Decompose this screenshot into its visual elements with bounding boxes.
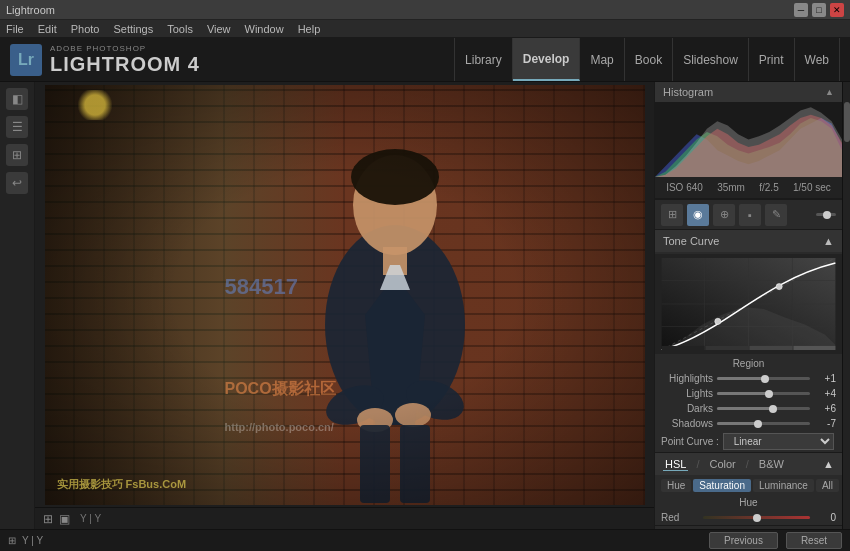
menu-file[interactable]: File [6, 23, 24, 35]
app-logo: Lr [10, 44, 42, 76]
close-button[interactable]: ✕ [830, 3, 844, 17]
exposure-slider-thumb[interactable] [823, 211, 831, 219]
menubar: File Edit Photo Settings Tools View Wind… [0, 20, 850, 38]
photo-bottom-bar: ⊞ ▣ Y | Y [35, 507, 654, 529]
tab-print[interactable]: Print [749, 38, 795, 81]
hsl-tab-color[interactable]: Color [707, 458, 737, 470]
app-title-block: ADOBE PHOTOSHOP LIGHTROOM 4 [50, 44, 200, 76]
point-curve-row: Point Curve : Linear Medium Contrast Str… [655, 431, 842, 452]
hsl-header: HSL / Color / B&W ▲ [655, 453, 842, 475]
grid-view-icon[interactable]: ⊞ [43, 512, 53, 526]
tone-curve-collapse-icon: ▲ [823, 235, 834, 247]
red-track[interactable] [703, 516, 810, 519]
menu-help[interactable]: Help [298, 23, 321, 35]
highlights-thumb[interactable] [761, 375, 769, 383]
hsl-subtab-luminance[interactable]: Luminance [753, 479, 814, 492]
left-tool-presets[interactable]: ☰ [6, 116, 28, 138]
left-tool-history[interactable]: ↩ [6, 172, 28, 194]
maximize-button[interactable]: □ [812, 3, 826, 17]
lights-row: Lights +4 [655, 386, 842, 401]
menu-tools[interactable]: Tools [167, 23, 193, 35]
red-value: 0 [814, 512, 836, 523]
shutter-value: 1/50 sec [793, 182, 831, 193]
titlebar-title: Lightroom [6, 4, 55, 16]
tab-web[interactable]: Web [795, 38, 840, 81]
svg-rect-24 [706, 346, 749, 350]
tone-curve-label: Tone Curve [663, 235, 719, 247]
app-name: LIGHTROOM 4 [50, 53, 200, 76]
nav-tabs: Library Develop Map Book Slideshow Print… [454, 38, 840, 81]
hsl-section: HSL / Color / B&W ▲ Hue Saturation Lumin… [655, 453, 842, 526]
tab-library[interactable]: Library [454, 38, 513, 81]
darks-thumb[interactable] [769, 405, 777, 413]
histogram-section: Histogram ▲ ISO 640 [655, 82, 842, 200]
hsl-tab-bw[interactable]: B&W [757, 458, 786, 470]
hsl-subtab-saturation[interactable]: Saturation [693, 479, 751, 492]
minimize-button[interactable]: ─ [794, 3, 808, 17]
crop-tool[interactable]: ⊞ [661, 204, 683, 226]
lights-track[interactable] [717, 392, 810, 395]
menu-settings[interactable]: Settings [113, 23, 153, 35]
graduated-filter-tool[interactable]: ▪ [739, 204, 761, 226]
tab-book[interactable]: Book [625, 38, 673, 81]
loupe-view-icon[interactable]: ▣ [59, 512, 70, 526]
lights-value: +4 [814, 388, 836, 399]
menu-edit[interactable]: Edit [38, 23, 57, 35]
darks-value: +6 [814, 403, 836, 414]
adjustment-brush-tool[interactable]: ✎ [765, 204, 787, 226]
meta-strip: ISO 640 35mm f/2.5 1/50 sec [655, 177, 842, 199]
shadows-row: Shadows -7 [655, 416, 842, 431]
hsl-tab-hsl[interactable]: HSL [663, 458, 688, 471]
left-panel: ◧ ☰ ⊞ ↩ [0, 82, 35, 529]
hsl-subtab-all[interactable]: All [816, 479, 839, 492]
left-tool-navigator[interactable]: ◧ [6, 88, 28, 110]
histogram-svg [655, 102, 842, 177]
menu-photo[interactable]: Photo [71, 23, 100, 35]
point-curve-select[interactable]: Linear Medium Contrast Strong Contrast [723, 433, 834, 450]
window-controls: ─ □ ✕ [794, 3, 844, 17]
titlebar: Lightroom ─ □ ✕ [0, 0, 850, 20]
tab-map[interactable]: Map [580, 38, 624, 81]
shadows-thumb[interactable] [754, 420, 762, 428]
tone-curve-section: Tone Curve ▲ [655, 230, 842, 453]
lights-thumb[interactable] [765, 390, 773, 398]
svg-point-22 [776, 284, 782, 290]
bottom-left: ⊞ Y | Y [8, 535, 43, 546]
region-label: Region [655, 356, 842, 371]
shadows-track[interactable] [717, 422, 810, 425]
tone-curve-header[interactable]: Tone Curve ▲ [655, 230, 842, 252]
hsl-subtab-hue[interactable]: Hue [661, 479, 691, 492]
scrollbar-thumb[interactable] [844, 102, 850, 142]
menu-window[interactable]: Window [245, 23, 284, 35]
svg-rect-23 [662, 346, 705, 350]
shadows-value: -7 [814, 418, 836, 429]
tab-develop[interactable]: Develop [513, 38, 581, 81]
previous-button[interactable]: Previous [709, 532, 778, 549]
hsl-collapse-icon: ▲ [823, 458, 834, 470]
photo-container: 584517 POCO摄影社区 http://photo.poco.cn/ 实用… [45, 85, 645, 505]
shadows-label: Shadows [661, 418, 713, 429]
svg-rect-25 [750, 346, 793, 350]
tab-slideshow[interactable]: Slideshow [673, 38, 749, 81]
left-tool-snapshots[interactable]: ⊞ [6, 144, 28, 166]
iso-value: ISO 640 [666, 182, 703, 193]
flowers-decoration [75, 90, 115, 120]
highlights-row: Highlights +1 [655, 371, 842, 386]
spot-removal-tool[interactable]: ◉ [687, 204, 709, 226]
highlights-value: +1 [814, 373, 836, 384]
svg-point-9 [395, 403, 431, 427]
view-label: Y | Y [80, 513, 101, 524]
histogram-header[interactable]: Histogram ▲ [655, 82, 842, 102]
darks-track[interactable] [717, 407, 810, 410]
main-scrollbar[interactable] [842, 82, 850, 529]
red-thumb[interactable] [753, 514, 761, 522]
exposure-slider-track[interactable] [816, 213, 837, 216]
svg-rect-26 [793, 346, 835, 350]
reset-button[interactable]: Reset [786, 532, 842, 549]
zoom-icon: ⊞ [8, 535, 16, 546]
red-eye-tool[interactable]: ⊕ [713, 204, 735, 226]
menu-view[interactable]: View [207, 23, 231, 35]
red-label: Red [661, 512, 699, 523]
hsl-sublabel: Hue [655, 495, 842, 510]
highlights-track[interactable] [717, 377, 810, 380]
